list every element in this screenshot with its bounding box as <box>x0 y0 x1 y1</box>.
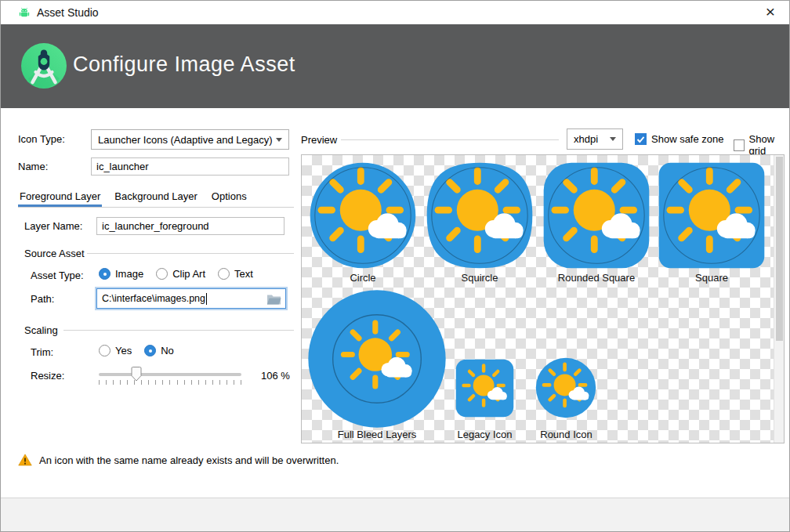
warning-text: An icon with the same name already exist… <box>39 454 339 466</box>
preview-label-rounded-square: Rounded Square <box>543 272 650 284</box>
preview-icon-legacy <box>455 359 514 418</box>
icon-type-dropdown[interactable]: Launcher Icons (Adaptive and Legacy) <box>91 129 289 150</box>
warning-icon <box>18 454 32 466</box>
preview-icon-square <box>658 162 765 269</box>
radio-icon <box>99 345 111 356</box>
preview-icon-round <box>535 357 596 418</box>
preview-label-squircle: Squircle <box>426 272 533 284</box>
path-label: Path: <box>31 293 54 305</box>
checkbox-icon <box>734 139 745 151</box>
folder-icon <box>266 293 281 305</box>
radio-icon <box>156 268 168 280</box>
tab-options[interactable]: Options <box>210 187 248 207</box>
page-title: Configure Image Asset <box>73 52 295 77</box>
asset-studio-dialog: Asset Studio × Configure Image Asset Ico… <box>0 0 790 532</box>
trim-radio-no[interactable]: No <box>144 345 174 356</box>
window-title-bar: Asset Studio × <box>1 1 789 24</box>
section-divider <box>341 139 559 140</box>
radio-label: Text <box>234 268 253 280</box>
android-studio-logo-icon <box>21 43 67 89</box>
close-button[interactable]: × <box>755 1 786 23</box>
radio-label: Clip Art <box>172 268 205 280</box>
radio-icon <box>218 268 230 280</box>
asset-type-label: Asset Type: <box>31 270 84 281</box>
preview-label-round: Round Icon <box>509 429 623 440</box>
tab-background-layer[interactable]: Background Layer <box>113 187 199 207</box>
asset-type-radio-clip-art[interactable]: Clip Art <box>156 268 205 280</box>
scrollbar-thumb[interactable] <box>776 157 783 341</box>
preview-scrollbar[interactable] <box>774 155 784 443</box>
density-value: xhdpi <box>574 133 598 145</box>
path-value: C:\interface\images.png <box>102 293 205 304</box>
radio-label: No <box>161 345 174 356</box>
name-input[interactable] <box>91 157 289 176</box>
browse-folder-button[interactable] <box>266 293 281 305</box>
section-divider <box>87 253 294 254</box>
slider-track[interactable] <box>99 373 241 376</box>
preview-label-circle: Circle <box>310 272 416 284</box>
preview-icon-circle <box>310 162 416 269</box>
chevron-down-icon <box>610 137 616 141</box>
checkbox-icon <box>635 133 647 145</box>
preview-panel: CircleSquircleRounded SquareSquareFull B… <box>301 154 785 443</box>
radio-label: Image <box>115 268 143 280</box>
radio-icon <box>144 345 156 356</box>
preview-icon-rounded-square <box>543 162 650 269</box>
asset-type-radio-text[interactable]: Text <box>218 268 253 280</box>
section-divider <box>63 330 294 331</box>
radio-icon <box>99 268 111 280</box>
icon-type-label: Icon Type: <box>18 133 65 145</box>
scaling-section-label: Scaling <box>24 324 58 336</box>
show-safe-zone-checkbox[interactable]: Show safe zone <box>635 133 724 145</box>
asset-type-radio-group: ImageClip ArtText <box>99 268 253 280</box>
resize-label: Resize: <box>31 370 64 382</box>
asset-type-radio-image[interactable]: Image <box>99 268 143 280</box>
layer-tab-bar: Foreground LayerBackground LayerOptions <box>18 187 294 208</box>
preview-icon-squircle <box>426 162 533 269</box>
warning-message: An icon with the same name already exist… <box>18 454 339 466</box>
slider-ticks <box>99 380 241 385</box>
resize-value: 106 % <box>261 370 290 382</box>
trim-radio-group: YesNo <box>99 345 174 356</box>
layer-name-input[interactable] <box>96 217 284 235</box>
radio-label: Yes <box>115 345 132 356</box>
tab-foreground-layer[interactable]: Foreground Layer <box>18 187 102 207</box>
preview-label-square: Square <box>658 272 765 284</box>
density-dropdown[interactable]: xhdpi <box>567 128 623 150</box>
dialog-header: Configure Image Asset <box>1 24 789 108</box>
show-grid-checkbox[interactable]: Show grid <box>734 133 789 157</box>
android-icon <box>18 6 31 19</box>
name-label: Name: <box>18 161 48 172</box>
icon-type-value: Launcher Icons (Adaptive and Legacy) <box>98 134 273 146</box>
checkbox-label: Show grid <box>749 133 789 157</box>
preview-section-label: Preview <box>301 134 337 146</box>
preview-icon-full-bleed <box>308 290 446 428</box>
source-asset-section-label: Source Asset <box>24 248 85 259</box>
window-title: Asset Studio <box>37 6 99 19</box>
footer-bar: ? PreviousNextCancelFinish <box>1 498 789 532</box>
path-input[interactable]: C:\interface\images.png <box>96 288 286 309</box>
preview-label-full-bleed: Full Bleed Layers <box>308 429 446 440</box>
chevron-down-icon <box>276 138 282 142</box>
resize-slider[interactable] <box>99 366 241 386</box>
checkbox-label: Show safe zone <box>651 133 724 145</box>
slider-thumb[interactable] <box>131 367 142 382</box>
trim-radio-yes[interactable]: Yes <box>99 345 132 356</box>
layer-name-label: Layer Name: <box>24 220 82 232</box>
text-caret <box>206 293 207 305</box>
trim-label: Trim: <box>31 346 53 358</box>
